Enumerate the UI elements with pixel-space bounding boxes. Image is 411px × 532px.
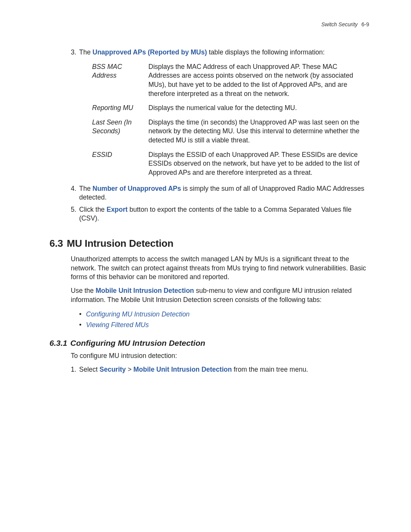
- separator: >: [126, 366, 134, 373]
- bullet-dot-icon: •: [79, 309, 86, 320]
- bullet-item: •Configuring MU Intrusion Detection: [79, 309, 369, 320]
- text-post: from the main tree menu.: [232, 366, 308, 373]
- intro-text: To configure MU intrusion detection:: [71, 351, 369, 361]
- bullet-dot-icon: •: [79, 320, 86, 330]
- inline-bold: Number of Unapproved APs: [92, 185, 181, 192]
- text-pre: The: [79, 185, 92, 192]
- definition-term: Reporting MU: [92, 104, 148, 113]
- definition-table: BSS MAC AddressDisplays the MAC Address …: [92, 62, 369, 177]
- definition-description: Displays the MAC Address of each Unappro…: [148, 62, 369, 99]
- inline-bold: Export: [107, 206, 127, 213]
- item-number: 5.: [71, 205, 79, 223]
- item-body: The Unapproved APs (Reported by MUs) tab…: [79, 48, 369, 57]
- inline-bold: Unapproved APs (Reported by MUs): [92, 48, 207, 56]
- section-number: 6.3.1: [49, 339, 67, 347]
- section-heading-6-3: 6.3MU Intrusion Detection: [49, 238, 369, 249]
- list-item-5: 5. Click the Export button to export the…: [71, 205, 369, 223]
- step-1: 1. Select Security > Mobile Unit Intrusi…: [71, 365, 369, 374]
- steps-list: 1. Select Security > Mobile Unit Intrusi…: [71, 365, 369, 374]
- definition-row: BSS MAC AddressDisplays the MAC Address …: [92, 62, 369, 99]
- item-number: 3.: [71, 48, 79, 57]
- text-post: table displays the following information…: [207, 48, 325, 56]
- running-header: Switch Security 6-9: [49, 21, 369, 27]
- item-number: 4.: [71, 184, 79, 202]
- item-number: 1.: [71, 365, 79, 374]
- definition-term: ESSID: [92, 150, 148, 177]
- text-pre: Click the: [79, 206, 107, 213]
- ordered-list-top: 3. The Unapproved APs (Reported by MUs) …: [71, 48, 369, 223]
- section-number: 6.3: [49, 238, 63, 249]
- bullet-link[interactable]: Configuring MU Intrusion Detection: [86, 309, 190, 320]
- text-pre: The: [79, 48, 92, 56]
- header-page: 6-9: [362, 21, 369, 27]
- definition-description: Displays the numerical value for the det…: [148, 104, 369, 113]
- definition-term: Last Seen (In Seconds): [92, 118, 148, 145]
- page-container: Switch Security 6-9 3. The Unapproved AP…: [0, 0, 411, 400]
- section-heading-6-3-1: 6.3.1Configuring MU Intrusion Detection: [49, 339, 369, 348]
- definition-row: Reporting MUDisplays the numerical value…: [92, 104, 369, 113]
- section-title: MU Intrusion Detection: [67, 238, 174, 249]
- inline-bold: Mobile Unit Intrusion Detection: [96, 287, 194, 294]
- paragraph: Use the Mobile Unit Intrusion Detection …: [71, 286, 369, 304]
- paragraph: Unauthorized attempts to access the swit…: [71, 255, 369, 282]
- header-title: Switch Security: [321, 21, 358, 27]
- inline-bold: Security: [100, 366, 126, 373]
- bullet-item: •Viewing Filtered MUs: [79, 320, 369, 330]
- item-body: Click the Export button to export the co…: [79, 205, 369, 223]
- definition-description: Displays the time (in seconds) the Unapp…: [148, 118, 369, 145]
- item-body: The Number of Unapproved APs is simply t…: [79, 184, 369, 202]
- definition-row: Last Seen (In Seconds)Displays the time …: [92, 118, 369, 145]
- section-title: Configuring MU Intrusion Detection: [70, 339, 206, 347]
- bullet-list: •Configuring MU Intrusion Detection•View…: [79, 309, 369, 330]
- definition-term: BSS MAC Address: [92, 62, 148, 99]
- list-item-4: 4. The Number of Unapproved APs is simpl…: [71, 184, 369, 202]
- item-body: Select Security > Mobile Unit Intrusion …: [79, 365, 369, 374]
- list-item-3: 3. The Unapproved APs (Reported by MUs) …: [71, 48, 369, 57]
- bullet-link[interactable]: Viewing Filtered MUs: [86, 320, 149, 330]
- definition-description: Displays the ESSID of each Unapproved AP…: [148, 150, 369, 177]
- text-pre: Select: [79, 366, 100, 373]
- definition-row: ESSIDDisplays the ESSID of each Unapprov…: [92, 150, 369, 177]
- text-pre: Use the: [71, 287, 96, 294]
- inline-bold: Mobile Unit Intrusion Detection: [134, 366, 232, 373]
